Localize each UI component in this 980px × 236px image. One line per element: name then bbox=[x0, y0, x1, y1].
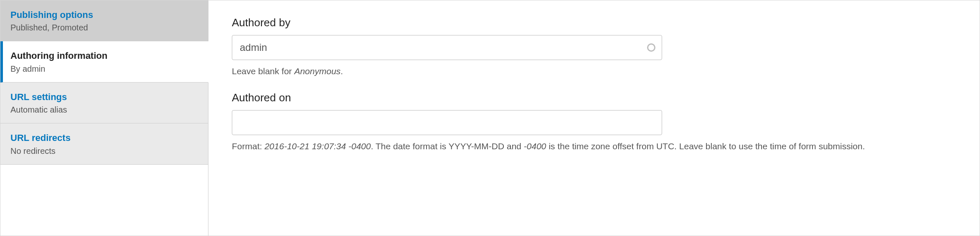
tab-subtitle: Published, Promoted bbox=[10, 23, 198, 33]
help-text-em: Anonymous bbox=[294, 66, 340, 76]
help-text: is the time zone offset from UTC. Leave … bbox=[546, 141, 865, 151]
tab-subtitle: By admin bbox=[10, 64, 198, 74]
tab-subtitle: Automatic alias bbox=[10, 105, 198, 115]
authoring-information-panel: Authored by Leave blank for Anonymous. A… bbox=[208, 0, 980, 236]
autocomplete-throbber-icon bbox=[647, 43, 655, 52]
editor-frame: Publishing options Published, Promoted A… bbox=[0, 0, 980, 236]
tab-subtitle: No redirects bbox=[10, 146, 198, 156]
help-text: Leave blank for bbox=[232, 66, 294, 76]
tab-publishing-options[interactable]: Publishing options Published, Promoted bbox=[0, 0, 208, 41]
tab-url-settings[interactable]: URL settings Automatic alias bbox=[0, 83, 208, 123]
authored-by-label: Authored by bbox=[232, 16, 956, 29]
help-text: . bbox=[340, 66, 343, 76]
tab-authoring-information[interactable]: Authoring information By admin bbox=[0, 41, 208, 82]
help-text-em: -0400 bbox=[524, 141, 546, 151]
authored-by-help: Leave blank for Anonymous. bbox=[232, 65, 942, 77]
tab-title: Authoring information bbox=[10, 50, 198, 61]
authored-on-input[interactable] bbox=[232, 110, 662, 135]
help-text: Format: bbox=[232, 141, 264, 151]
authored-on-help: Format: 2016-10-21 19:07:34 -0400. The d… bbox=[232, 140, 942, 152]
tab-title: URL settings bbox=[10, 92, 198, 103]
tab-title: Publishing options bbox=[10, 10, 198, 20]
authored-by-field: Authored by Leave blank for Anonymous. bbox=[232, 16, 956, 77]
help-text: . The date format is YYYY-MM-DD and bbox=[371, 141, 524, 151]
authored-on-label: Authored on bbox=[232, 91, 956, 104]
authored-by-input[interactable] bbox=[232, 35, 662, 60]
authored-by-input-wrap bbox=[232, 35, 662, 60]
tab-url-redirects[interactable]: URL redirects No redirects bbox=[0, 123, 208, 164]
help-text-em: 2016-10-21 19:07:34 -0400 bbox=[264, 141, 371, 151]
tabs-spacer bbox=[0, 165, 208, 236]
authored-on-field: Authored on Format: 2016-10-21 19:07:34 … bbox=[232, 91, 956, 152]
tab-title: URL redirects bbox=[10, 133, 198, 143]
vertical-tabs: Publishing options Published, Promoted A… bbox=[0, 0, 208, 236]
authored-on-input-wrap bbox=[232, 110, 662, 135]
